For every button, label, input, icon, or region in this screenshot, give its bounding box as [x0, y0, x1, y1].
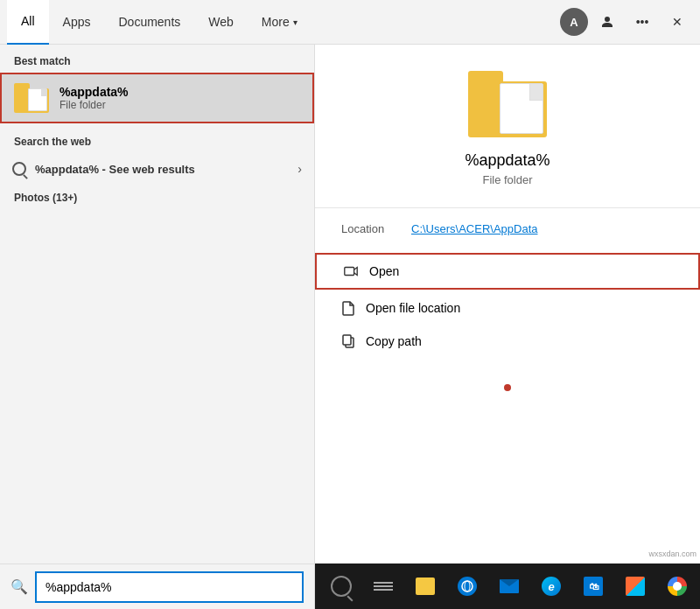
tab-more[interactable]: More ▾: [248, 0, 312, 45]
taskbar-chrome-button[interactable]: [658, 567, 696, 606]
svg-rect-0: [345, 268, 354, 276]
taskbar-taskview-button[interactable]: [364, 567, 402, 606]
web-search-item[interactable]: %appdata% - See web results ›: [0, 153, 314, 185]
open-button[interactable]: Open: [315, 253, 700, 290]
taskbar-edge-icon: e: [542, 577, 561, 596]
file-location-icon: [341, 300, 355, 316]
copy-path-label: Copy path: [366, 334, 422, 348]
open-file-location-button[interactable]: Open file location: [315, 291, 700, 325]
copy-path-button[interactable]: Copy path: [315, 325, 700, 358]
search-bar: 🔍: [0, 564, 314, 609]
main-container: All Apps Documents Web More ▾ A ••• ✕: [0, 0, 700, 609]
folder-name: %appdata%: [465, 151, 550, 170]
open-label: Open: [369, 264, 399, 278]
match-subtitle: File folder: [60, 99, 129, 111]
left-panel: Best match %appdata% File folder Search …: [0, 45, 315, 609]
taskbar-mail-button[interactable]: [490, 567, 528, 606]
taskbar-tile-button[interactable]: [616, 567, 654, 606]
taskbar-mail-icon: [500, 579, 519, 593]
person-icon-button[interactable]: [592, 6, 623, 38]
taskbar-explorer-icon: [416, 578, 435, 595]
tab-documents[interactable]: Documents: [104, 0, 194, 45]
nav-tabs: All Apps Documents Web More ▾ A ••• ✕: [0, 0, 700, 45]
search-icon: 🔍: [10, 578, 28, 595]
search-circle-icon: [12, 162, 26, 176]
close-icon: ✕: [672, 15, 682, 29]
folder-icon: [14, 83, 49, 113]
more-options-button[interactable]: •••: [626, 6, 658, 38]
copy-icon: [341, 333, 355, 349]
avatar-button[interactable]: A: [560, 8, 588, 36]
svg-rect-2: [343, 335, 351, 345]
web-search-text: %appdata% - See web results: [35, 163, 195, 176]
photos-label: Photos (13+): [0, 185, 314, 207]
chevron-right-icon: ›: [298, 162, 302, 176]
content-area: Best match %appdata% File folder Search …: [0, 45, 700, 609]
tab-web[interactable]: Web: [194, 0, 248, 45]
close-button[interactable]: ✕: [662, 6, 693, 38]
watermark: wxsxdan.com: [648, 550, 696, 558]
taskbar-chrome-icon: [668, 577, 687, 596]
left-spacer: [0, 207, 314, 564]
web-search-label: Search the web: [0, 125, 314, 153]
taskbar-store-button[interactable]: 🛍: [574, 567, 612, 606]
folder-type: File folder: [482, 173, 532, 186]
taskbar-explorer-button[interactable]: [406, 567, 444, 606]
red-dot-indicator: [504, 384, 511, 391]
match-text-group: %appdata% File folder: [60, 85, 129, 111]
location-row: Location C:\Users\ACER\AppData: [315, 222, 700, 235]
best-match-item[interactable]: %appdata% File folder: [0, 73, 314, 123]
tab-apps[interactable]: Apps: [49, 0, 105, 45]
search-input[interactable]: [35, 571, 304, 603]
location-path[interactable]: C:\Users\ACER\AppData: [411, 222, 538, 235]
ellipsis-icon: •••: [636, 15, 649, 29]
taskbar-tile-icon: [626, 577, 645, 596]
best-match-label: Best match: [0, 45, 314, 73]
chevron-down-icon: ▾: [293, 18, 298, 27]
taskbar: e 🛍: [315, 564, 700, 609]
taskbar-edge-button[interactable]: e: [532, 567, 570, 606]
taskbar-taskview-icon: [374, 582, 393, 591]
right-panel: %appdata% File folder Location C:\Users\…: [315, 45, 700, 609]
taskbar-search-button[interactable]: [322, 567, 360, 606]
taskbar-store-icon: 🛍: [584, 577, 603, 596]
match-title: %appdata%: [60, 85, 129, 99]
svg-point-3: [462, 581, 472, 592]
open-file-location-label: Open file location: [366, 301, 460, 315]
taskbar-search-icon: [331, 576, 352, 597]
svg-point-4: [465, 581, 470, 592]
divider: [315, 207, 700, 208]
large-folder-icon: [468, 71, 547, 137]
tab-all[interactable]: All: [7, 0, 49, 45]
open-icon: [343, 263, 359, 279]
taskbar-ie-icon: [458, 577, 477, 596]
nav-right-buttons: A ••• ✕: [560, 6, 693, 38]
person-icon: [600, 15, 614, 29]
location-label: Location: [341, 222, 411, 235]
taskbar-ie-button[interactable]: [448, 567, 486, 606]
